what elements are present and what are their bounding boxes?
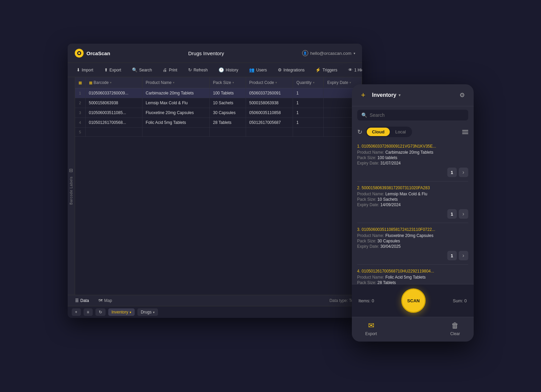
tab-map[interactable]: 🗺 Map xyxy=(96,297,114,304)
users-icon: 👥 xyxy=(249,67,254,72)
cell-quantity[interactable]: 1 xyxy=(293,88,324,98)
cell-product-code[interactable]: 05060035110858 xyxy=(246,108,293,118)
mobile-clear-button[interactable]: 🗑 Clear xyxy=(450,321,460,336)
integrations-button[interactable]: ⚙ Integrations xyxy=(274,66,308,74)
item-detail-button[interactable]: › xyxy=(459,251,468,260)
sheet-tab-chevron: ▾ xyxy=(130,310,131,314)
sheet-refresh-btn[interactable]: ↻ xyxy=(95,308,106,316)
desktop-window: OrcaScan Drugs Inventory 👤 hello@orcasca… xyxy=(68,44,362,318)
item-detail-button[interactable]: › xyxy=(459,209,468,219)
mobile-inventory-label: Inventory xyxy=(372,92,397,98)
mobile-items-list: 1. 0105060337260009121VG73N1KV35E... Pro… xyxy=(352,140,474,284)
sheet-tab-inventory[interactable]: Inventory ▾ xyxy=(108,308,135,316)
cell-product-name[interactable]: Folic Acid 5mg Tablets xyxy=(142,118,209,128)
hidden-fields-icon: 👁 xyxy=(348,67,353,72)
cell-product-code[interactable]: 5000158063938 xyxy=(246,98,293,108)
col-header-barcode[interactable]: ▦ Barcode ▾ xyxy=(85,77,142,88)
search-icon: 🔍 xyxy=(132,67,137,72)
hidden-fields-button[interactable]: 👁 1 Hidden field xyxy=(345,66,362,74)
cell-pack-size[interactable]: 30 Capsules xyxy=(209,108,246,118)
cell-product-name[interactable]: Lemsip Max Cold & Flu xyxy=(142,98,209,108)
import-button[interactable]: ⬇ Import xyxy=(73,66,97,74)
users-button[interactable]: 👥 Users xyxy=(246,66,270,74)
export-button[interactable]: ⬆ Export xyxy=(101,66,125,74)
cell-quantity[interactable]: 1 xyxy=(293,98,324,108)
item-product-name: Carbimazole 20mg Tablets xyxy=(385,150,433,155)
item-expiry-date: 30/04/2025 xyxy=(380,244,401,249)
cell-quantity[interactable]: 1 xyxy=(293,108,324,118)
table-row[interactable]: 2 5000158063938 Lemsip Max Cold & Flu 10… xyxy=(75,98,362,108)
refresh-button[interactable]: ↻ Refresh xyxy=(185,66,211,74)
sheet-options-btn[interactable]: ≡ xyxy=(84,308,93,316)
cell-product-code[interactable]: 05060337260091 xyxy=(246,88,293,98)
cell-product-name[interactable] xyxy=(142,128,209,137)
cell-barcode[interactable]: 010501261700568... xyxy=(85,118,142,128)
mobile-export-button[interactable]: ✉ Export xyxy=(365,321,377,336)
add-sheet-btn[interactable]: + xyxy=(72,308,81,316)
cell-pack-size[interactable]: 28 Tablets xyxy=(209,118,246,128)
barcode-labels-text: Barcode Labels xyxy=(69,176,73,205)
barcode-icon: ▦ xyxy=(89,81,92,85)
row-num: 3 xyxy=(75,108,86,118)
search-button[interactable]: 🔍 Search xyxy=(129,66,155,74)
col-header-product-code[interactable]: Product Code ▾ xyxy=(246,77,293,88)
mobile-gear-button[interactable]: ⚙ xyxy=(457,90,468,101)
cell-pack-size[interactable]: 10 Sachets xyxy=(209,98,246,108)
item-product-name: Lemsip Max Cold & Flu xyxy=(385,192,427,196)
table-row[interactable]: 3 010506003511085... Fluoxetine 20mg Cap… xyxy=(75,108,362,118)
mobile-list-item[interactable]: 3. 01050600351108581724123110F0722... Pr… xyxy=(357,223,468,265)
mobile-list-item[interactable]: 1. 0105060337260009121VG73N1KV35E... Pro… xyxy=(357,140,468,181)
toggle-cloud[interactable]: Cloud xyxy=(367,128,390,136)
sort-icon-2: ▾ xyxy=(173,81,175,84)
mobile-list-item[interactable]: 2. 5000158063938172007311020FA283 Produc… xyxy=(357,181,468,223)
cell-quantity[interactable] xyxy=(293,128,324,137)
col-header-product-name[interactable]: Product Name ▾ xyxy=(142,77,209,88)
scan-button[interactable]: SCAN xyxy=(401,288,426,313)
table-row[interactable]: 1 0105060337260009... Carbimazole 20mg T… xyxy=(75,88,362,98)
cell-product-code[interactable]: 05012617005687 xyxy=(246,118,293,128)
item-product-name-field: Product Name: Fluoxetine 20mg Capsules xyxy=(357,233,468,238)
cell-barcode[interactable]: 010506003511085... xyxy=(85,108,142,118)
mobile-inventory-chevron[interactable]: ▾ xyxy=(399,93,401,97)
inventory-table: ▦ ▦ Barcode ▾ xyxy=(75,77,362,137)
print-icon: 🖨 xyxy=(163,67,167,72)
col-header-pack-size[interactable]: Pack Size ▾ xyxy=(209,77,246,88)
export-icon: ⬆ xyxy=(104,67,108,72)
triggers-icon: ⚡ xyxy=(315,67,321,72)
item-expiry-date-field: Expiry Date: 30/04/2025 xyxy=(357,244,468,249)
barcode-labels-sidebar[interactable]: ⊟ Barcode Labels xyxy=(68,77,75,295)
logo-area: OrcaScan xyxy=(74,48,110,58)
item-barcode: 2. 5000158063938172007311020FA283 xyxy=(357,186,468,190)
cell-pack-size[interactable] xyxy=(209,128,246,137)
col-header-rownum: ▦ xyxy=(75,77,86,88)
row-num: 5 xyxy=(75,128,86,137)
tab-data[interactable]: ☰ Data xyxy=(73,297,91,304)
mobile-refresh-icon[interactable]: ↻ xyxy=(357,128,362,136)
history-button[interactable]: 🕐 History xyxy=(215,66,242,74)
table-row[interactable]: 4 010501261700568... Folic Acid 5mg Tabl… xyxy=(75,118,362,128)
export-icon: ✉ xyxy=(368,321,374,330)
cell-barcode[interactable]: 5000158063938 xyxy=(85,98,142,108)
triggers-button[interactable]: ⚡ Triggers xyxy=(312,66,341,74)
cell-quantity[interactable]: 1 xyxy=(293,118,324,128)
cell-pack-size[interactable]: 100 Tablets xyxy=(209,88,246,98)
print-button[interactable]: 🖨 Print xyxy=(159,66,181,74)
refresh-icon: ↻ xyxy=(188,67,192,72)
sheet-tab-drugs-chevron: ▾ xyxy=(153,310,155,314)
cell-product-name[interactable]: Carbimazole 20mg Tablets xyxy=(142,88,209,98)
toggle-local[interactable]: Local xyxy=(390,128,411,136)
col-header-quantity[interactable]: Quantity ▾ xyxy=(293,77,324,88)
integrations-icon: ⚙ xyxy=(278,67,282,72)
cell-product-code[interactable] xyxy=(246,128,293,137)
mobile-title-row: Inventory ▾ xyxy=(372,92,453,98)
cell-barcode[interactable] xyxy=(85,128,142,137)
cell-barcode[interactable]: 0105060337260009... xyxy=(85,88,142,98)
item-detail-button[interactable]: › xyxy=(459,168,468,177)
hamburger-menu-icon[interactable] xyxy=(462,130,468,134)
mobile-list-item[interactable]: 4. 010501261700568710HU2292119804... Pro… xyxy=(357,265,468,284)
mobile-add-button[interactable]: + xyxy=(358,90,369,101)
table-row[interactable]: 5 xyxy=(75,128,362,137)
mobile-search-input[interactable] xyxy=(370,112,464,118)
sheet-tab-drugs[interactable]: Drugs ▾ xyxy=(137,308,158,316)
cell-product-name[interactable]: Fluoxetine 20mg Capsules xyxy=(142,108,209,118)
